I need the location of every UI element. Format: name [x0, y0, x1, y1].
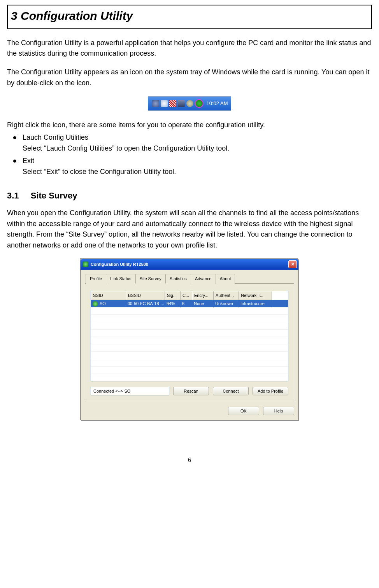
- table-row[interactable]: [91, 307, 288, 314]
- table-row[interactable]: [91, 344, 288, 351]
- highlighted-utility-icon: [196, 100, 203, 107]
- dialog-body: ProfileLink StatusSite SurveyStatisticsA…: [81, 270, 298, 420]
- cell: Infrastrucure: [239, 300, 272, 307]
- subsection-title: Site Survey: [31, 191, 77, 200]
- system-tray-figure: 10:02 AM: [7, 97, 372, 111]
- table-row[interactable]: [91, 329, 288, 337]
- tab-link-status[interactable]: Link Status: [106, 274, 135, 284]
- table-row[interactable]: SO00-50-FC-BA-18-...94%6NoneUnknownInfra…: [91, 300, 288, 307]
- connected-icon: [93, 301, 98, 307]
- tray-icon: [186, 100, 193, 107]
- ok-button[interactable]: OK: [228, 407, 259, 415]
- cell: SO: [91, 300, 126, 307]
- status-row: Rescan Connect Add to Profile: [91, 387, 288, 395]
- add-to-profile-button[interactable]: Add to Profile: [253, 387, 288, 395]
- tray-icon: [169, 100, 176, 107]
- close-button[interactable]: ✕: [288, 260, 297, 268]
- table-row[interactable]: [91, 314, 288, 322]
- dialog-figure: Configuration Utility RT2500 ✕ ProfileLi…: [7, 259, 372, 420]
- cell: 6: [181, 300, 192, 307]
- config-utility-dialog: Configuration Utility RT2500 ✕ ProfileLi…: [81, 259, 298, 420]
- subsection-heading: 3.1 Site Survey: [7, 189, 372, 202]
- table-row[interactable]: [91, 374, 288, 381]
- context-menu-intro: Right click the icon, there are some ite…: [7, 120, 372, 131]
- tray-icon: [152, 100, 159, 107]
- list-item: ● Lauch Config Utilities Select “Lauch C…: [7, 132, 372, 154]
- help-button[interactable]: Help: [263, 407, 294, 415]
- bullet-icon: ●: [7, 156, 23, 167]
- tab-profile[interactable]: Profile: [86, 274, 106, 284]
- connection-status-field: [91, 387, 169, 395]
- tab-strip: ProfileLink StatusSite SurveyStatisticsA…: [85, 274, 294, 284]
- app-icon: [83, 262, 88, 267]
- site-survey-panel: SSIDBSSIDSig...C...Encry...Authent...Net…: [85, 284, 294, 401]
- column-header[interactable]: Sig...: [165, 291, 181, 300]
- table-row[interactable]: [91, 359, 288, 366]
- bullet-description: Select “Lauch Config Utilities” to open …: [7, 143, 372, 154]
- tab-statistics[interactable]: Statistics: [165, 274, 191, 284]
- tab-about[interactable]: About: [216, 274, 235, 284]
- bullet-description: Select “Exit” to close the Configuration…: [7, 167, 372, 177]
- subsection-number: 3.1: [7, 189, 19, 202]
- list-item: ● Exit Select “Exit” to close the Config…: [7, 156, 372, 177]
- dialog-titlebar: Configuration Utility RT2500 ✕: [81, 259, 298, 270]
- cell: 00-50-FC-BA-18-...: [126, 300, 165, 307]
- dialog-title: Configuration Utility RT2500: [91, 261, 148, 268]
- bullet-title: Exit: [23, 156, 372, 167]
- tab-site-survey[interactable]: Site Survey: [135, 274, 166, 284]
- column-header[interactable]: Authent...: [214, 291, 239, 300]
- bullet-icon: ●: [7, 132, 23, 143]
- tab-advance[interactable]: Advance: [191, 274, 216, 284]
- rescan-button[interactable]: Rescan: [173, 387, 209, 395]
- bullet-title: Lauch Config Utilities: [23, 132, 372, 143]
- cell: None: [192, 300, 214, 307]
- column-header[interactable]: C...: [181, 291, 192, 300]
- intro-paragraph-1: The Configuration Utility is a powerful …: [7, 38, 372, 60]
- column-header[interactable]: SSID: [91, 291, 126, 300]
- tray-icon: [161, 100, 168, 107]
- section-heading: 3 Configuration Utility: [11, 5, 368, 27]
- table-row[interactable]: [91, 366, 288, 374]
- system-tray: 10:02 AM: [148, 97, 232, 111]
- tray-icon: [178, 100, 185, 107]
- table-row[interactable]: [91, 337, 288, 344]
- site-survey-paragraph: When you open the Configuration Utility,…: [7, 208, 372, 251]
- table-row[interactable]: [91, 322, 288, 329]
- cell: 94%: [165, 300, 181, 307]
- section-heading-box: 3 Configuration Utility: [7, 5, 372, 29]
- page-number: 6: [7, 455, 372, 465]
- cell: Unknown: [214, 300, 239, 307]
- column-header[interactable]: Encry...: [192, 291, 214, 300]
- dialog-bottom-buttons: OK Help: [85, 407, 294, 415]
- listview-headers: SSIDBSSIDSig...C...Encry...Authent...Net…: [91, 291, 288, 300]
- intro-paragraph-2: The Configuration Utility appears as an …: [7, 67, 372, 89]
- column-header[interactable]: Network T...: [239, 291, 272, 300]
- tray-clock: 10:02 AM: [207, 100, 228, 107]
- table-row[interactable]: [91, 351, 288, 359]
- network-listview[interactable]: SSIDBSSIDSig...C...Encry...Authent...Net…: [91, 291, 288, 381]
- column-header[interactable]: BSSID: [126, 291, 165, 300]
- connect-button[interactable]: Connect: [213, 387, 249, 395]
- context-menu-list: ● Lauch Config Utilities Select “Lauch C…: [7, 132, 372, 177]
